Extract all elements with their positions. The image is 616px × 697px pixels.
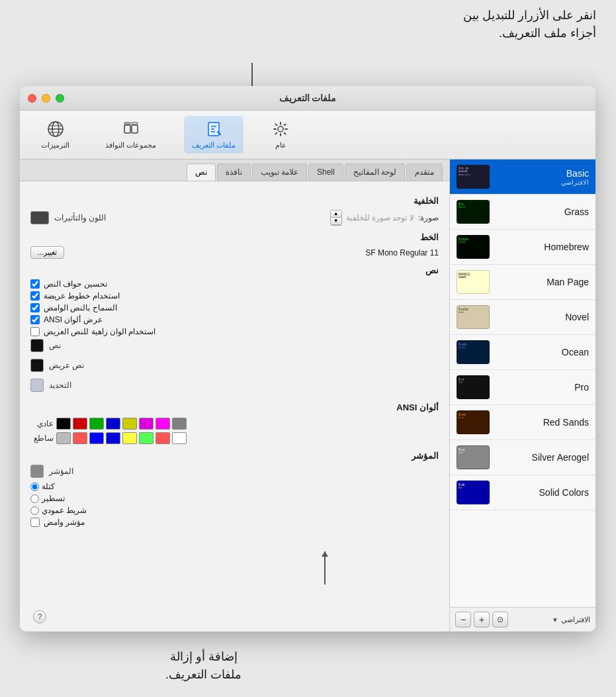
window-controls	[28, 94, 64, 103]
normal-label: عادي	[30, 419, 54, 428]
profile-item-silveraerogel[interactable]: $ ps aux Silver Aerogel	[450, 440, 595, 475]
profiles-panel: $ ls -la total 24 drwxr-xr-x Basic الافت…	[450, 160, 595, 631]
selection-color-swatch[interactable]	[30, 379, 44, 392]
ansi-normal-5[interactable]	[139, 418, 154, 430]
blink-checkbox[interactable]	[30, 303, 40, 312]
profile-name-homebrew: Homebrew	[495, 242, 589, 252]
gear-icon	[271, 120, 290, 138]
profile-thumb-manpage: MAN(1) NAME	[457, 270, 490, 294]
bright-row: استخدام الوان زاهية للنص العريض	[30, 327, 439, 336]
bg-color-swatch[interactable]	[30, 211, 49, 224]
cursor-vbar-radio[interactable]	[30, 506, 39, 515]
bold-row: استخدام خطوط عريضة	[30, 291, 439, 301]
ansi-normal-3[interactable]	[106, 418, 120, 430]
cursor-underline-radio[interactable]	[30, 494, 39, 503]
help-button[interactable]: ?	[33, 610, 46, 624]
ansi-normal-7[interactable]	[172, 418, 187, 430]
no-image-label: لا توجد صورة للخلفية	[346, 213, 414, 222]
ansi-colors-section: عادي ساطع	[30, 418, 439, 444]
blink-cursor-checkbox[interactable]	[30, 518, 40, 527]
selection-color-label: التحديد	[49, 381, 71, 390]
cursor-underline-option: تسطير	[30, 494, 439, 503]
tab-bar: متقدم لوحة المفاتيح Shell علامة تبويب نا…	[20, 160, 449, 181]
profile-thumb-basic: $ ls -la total 24 drwxr-xr-x	[457, 165, 490, 189]
ansi-normal-2[interactable]	[89, 418, 104, 430]
tab-window[interactable]: نافذة	[217, 163, 251, 181]
antialias-checkbox[interactable]	[30, 279, 40, 289]
ansi-bright-4[interactable]	[122, 432, 137, 444]
svg-rect-5	[124, 125, 130, 133]
ansi-bright-6[interactable]	[155, 432, 170, 444]
profile-item-manpage[interactable]: MAN(1) NAME Man Page	[450, 265, 595, 300]
toolbar-item-profiles[interactable]: ملفات التعريف	[184, 116, 243, 154]
profile-name-pro: Pro	[495, 382, 589, 393]
cursor-vbar-option: شريط عمودي	[30, 506, 439, 515]
profile-thumb-novel: $ echo hello	[457, 305, 490, 329]
profile-item-pro[interactable]: $ vi edit Pro	[450, 370, 595, 405]
svg-rect-7	[124, 122, 130, 124]
toolbar-item-general[interactable]: عام	[263, 116, 298, 154]
font-row: تغيير... SF Mono Regular 11	[30, 246, 439, 259]
tab-shell[interactable]: Shell	[308, 163, 343, 181]
profile-sub-basic: الافتراضي	[561, 179, 589, 186]
cursor-block-option: كتلة	[30, 482, 439, 491]
default-dropdown[interactable]: ▼ الافتراضي	[511, 616, 590, 624]
profile-item-ocean[interactable]: $ ssh server Ocean	[450, 335, 595, 370]
ansi-bright-1[interactable]	[73, 432, 87, 444]
ansi-section-title: ألوان ANSI	[30, 402, 439, 412]
bright-checkbox[interactable]	[30, 327, 40, 336]
toolbar-item-encodings[interactable]: الترميزات	[33, 116, 77, 154]
close-button[interactable]	[28, 94, 36, 103]
profile-item-basic[interactable]: $ ls -la total 24 drwxr-xr-x Basic الافت…	[450, 160, 595, 195]
tab-text[interactable]: نص	[187, 163, 216, 181]
ansi-normal-0[interactable]	[56, 418, 71, 430]
ansi-bright-2[interactable]	[89, 432, 104, 444]
ansi-checkbox[interactable]	[30, 315, 40, 324]
toolbar-item-tabgroups[interactable]: مجموعات النوافذ	[97, 116, 164, 154]
profile-item-homebrew[interactable]: $ brew install Homebrew	[450, 230, 595, 265]
maximize-button[interactable]	[56, 94, 64, 103]
tab-keyboard[interactable]: لوحة المفاتيح	[345, 163, 405, 181]
image-stepper[interactable]: ▲ ▼	[330, 210, 342, 226]
ansi-normal-4[interactable]	[122, 418, 137, 430]
bold-color-swatch[interactable]	[30, 359, 44, 372]
profile-name-grass: Grass	[495, 207, 589, 217]
profile-item-grass[interactable]: $ ls file.txt Grass	[450, 195, 595, 230]
tab-advanced[interactable]: متقدم	[406, 163, 443, 181]
profile-name-manpage: Man Page	[495, 277, 589, 287]
cursor-block-radio[interactable]	[30, 483, 39, 491]
cursor-block-label: كتلة	[42, 482, 55, 491]
options-profile-button[interactable]: ⊙	[492, 612, 508, 627]
blink-label: السماح بالنص الوامض	[44, 303, 117, 312]
settings-wrap: الخلفية اللون والتأثيرات صورة: لا توجد ص…	[20, 181, 449, 631]
cursor-color-swatch[interactable]	[30, 465, 44, 478]
effects-label: اللون والتأثيرات	[54, 213, 106, 222]
profile-item-solidcolors[interactable]: $ dir list Solid Colors	[450, 475, 595, 510]
add-profile-button[interactable]: +	[474, 612, 490, 627]
globe-icon	[46, 120, 65, 138]
bold-checkbox[interactable]	[30, 291, 40, 301]
ansi-normal-6[interactable]	[155, 418, 170, 430]
profile-item-novel[interactable]: $ echo hello Novel	[450, 300, 595, 335]
ansi-bright-7[interactable]	[172, 432, 187, 444]
ansi-bright-3[interactable]	[106, 432, 120, 444]
bright-ansi-row: ساطع	[30, 432, 439, 444]
settings-content: الخلفية اللون والتأثيرات صورة: لا توجد ص…	[20, 181, 449, 537]
profile-item-redsands[interactable]: $ run done Red Sands	[450, 405, 595, 440]
profile-thumb-solidcolors: $ dir list	[457, 481, 490, 504]
profile-thumb-silveraerogel: $ ps aux	[457, 445, 490, 469]
ansi-normal-1[interactable]	[73, 418, 87, 430]
ansi-bright-0[interactable]	[56, 432, 71, 444]
background-section-title: الخلفية	[30, 196, 439, 206]
text-color-label: نص	[49, 341, 61, 350]
normal-colors	[56, 418, 187, 430]
bold-label: استخدام خطوط عريضة	[44, 291, 120, 301]
text-color-swatch[interactable]	[30, 339, 44, 352]
ansi-bright-5[interactable]	[139, 432, 154, 444]
general-label: عام	[275, 141, 286, 150]
remove-profile-button[interactable]: −	[455, 612, 471, 627]
tab-tabtab[interactable]: علامة تبويب	[252, 163, 307, 181]
minimize-button[interactable]	[42, 94, 50, 103]
change-font-button[interactable]: تغيير...	[30, 246, 64, 259]
svg-rect-6	[132, 125, 138, 133]
